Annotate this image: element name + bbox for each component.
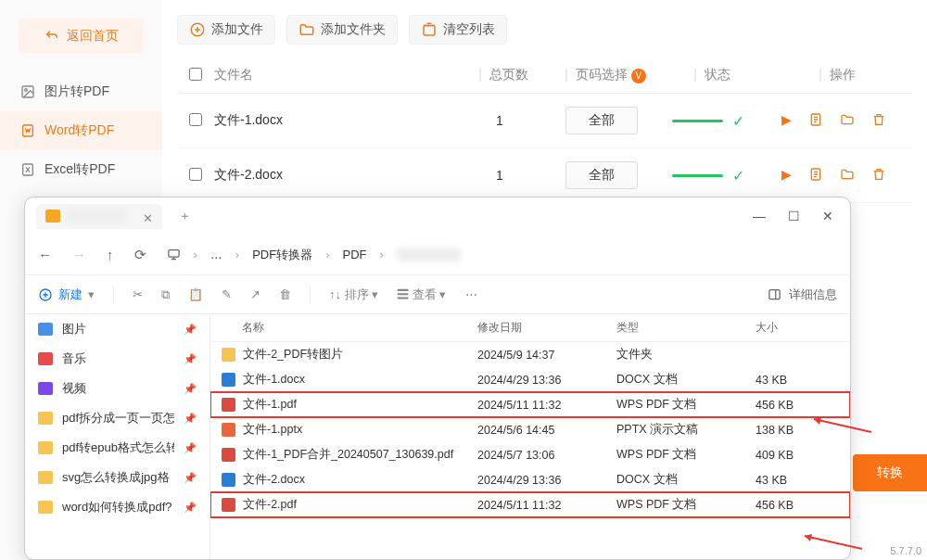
folder-icon (38, 501, 53, 514)
open-folder-icon[interactable] (840, 167, 855, 185)
pin-icon: 📌 (184, 472, 197, 484)
file-type-icon (222, 448, 235, 462)
file-row[interactable]: 文件-1.pdf 2024/5/11 11:32 WPS PDF 文档 456 … (210, 392, 850, 417)
close-icon[interactable]: ✕ (822, 209, 833, 223)
plus-circle-icon (189, 21, 206, 38)
clear-icon (421, 21, 438, 38)
file-row[interactable]: 文件-1.pptx 2024/5/6 14:45 PPTX 演示文稿 138 K… (210, 417, 850, 442)
btn-label: 清空列表 (443, 21, 495, 38)
folder-icon (38, 412, 53, 425)
back-home-button[interactable]: 返回首页 (19, 19, 144, 54)
trash-icon[interactable] (871, 112, 886, 130)
nav-back-icon[interactable]: ← (38, 247, 52, 262)
more-button[interactable]: ⋯ (465, 287, 477, 301)
cut-icon[interactable]: ✂ (133, 287, 143, 301)
col-date[interactable]: 修改日期 (477, 320, 616, 336)
file-row[interactable]: 文件-1.docx 2024/4/29 13:36 DOCX 文档 43 KB (210, 367, 850, 392)
trash-icon[interactable] (871, 167, 886, 185)
sidebar-item[interactable]: 图片📌 (25, 314, 210, 344)
monitor-icon (167, 248, 181, 261)
nav-refresh-icon[interactable]: ⟳ (134, 247, 146, 263)
file-type-icon (222, 473, 235, 487)
close-tab-icon[interactable]: ✕ (143, 211, 153, 225)
doc-icon[interactable] (808, 112, 823, 130)
file-type-icon (222, 373, 235, 387)
play-icon[interactable]: ▶ (781, 112, 792, 130)
doc-icon[interactable] (808, 167, 823, 185)
add-folder-button[interactable]: 添加文件夹 (286, 15, 398, 45)
page-range-button[interactable]: 全部 (565, 161, 638, 189)
details-button[interactable]: 详细信息 (789, 286, 837, 303)
page-count: 1 (458, 168, 541, 183)
view-button[interactable]: ☰ 查看 ▾ (397, 286, 446, 303)
vip-badge-icon: V (631, 69, 646, 83)
progress-bar (672, 120, 723, 122)
nav-image-to-pdf[interactable]: 图片转PDF (0, 72, 162, 111)
file-row[interactable]: 文件-2_PDF转图片 2024/5/9 14:37 文件夹 (210, 342, 850, 367)
pin-icon: 📌 (184, 413, 197, 425)
maximize-icon[interactable]: ☐ (788, 209, 800, 223)
file-type-icon (222, 423, 235, 437)
btn-label: 添加文件 (211, 21, 263, 38)
copy-icon[interactable]: ⧉ (161, 287, 170, 302)
row-checkbox[interactable] (189, 113, 202, 126)
play-icon[interactable]: ▶ (781, 167, 792, 185)
share-icon[interactable]: ↗ (250, 287, 260, 301)
sidebar-item[interactable]: word如何转换成pdf?📌 (25, 492, 210, 522)
nav-forward-icon[interactable]: → (72, 247, 86, 262)
breadcrumb[interactable]: › … › PDF转换器 › PDF › (167, 247, 461, 263)
explorer-tab[interactable]: ✕ (36, 204, 162, 229)
sidebar-item[interactable]: 视频📌 (25, 374, 210, 403)
btn-label: 添加文件夹 (321, 21, 386, 38)
file-list-header: 名称 修改日期 类型 大小 (210, 314, 850, 342)
open-folder-icon[interactable] (840, 112, 855, 130)
file-type-icon (222, 498, 235, 512)
select-all-checkbox[interactable] (189, 68, 202, 81)
nav-word-to-pdf[interactable]: Word转PDF (0, 111, 162, 150)
file-row[interactable]: 文件-1_PDF合并_20240507_130639.pdf 2024/5/7 … (210, 442, 850, 467)
plus-circle-icon (38, 287, 53, 302)
crumb-dots[interactable]: … (210, 248, 222, 261)
sidebar-item[interactable]: 音乐📌 (25, 344, 210, 374)
sidebar-item[interactable]: svg怎么转换成jpg格📌 (25, 463, 210, 492)
paste-icon[interactable]: 📋 (188, 287, 203, 301)
add-file-button[interactable]: 添加文件 (177, 15, 275, 45)
sidebar-item[interactable]: pdf转epub格式怎么转📌 (25, 433, 210, 463)
convert-button[interactable]: 转换 (853, 454, 927, 491)
crumb-item[interactable]: PDF转换器 (252, 247, 312, 263)
progress-bar (672, 174, 723, 177)
folder-icon (38, 471, 53, 484)
crumb-item[interactable]: PDF (343, 248, 367, 261)
col-name: 文件名 (214, 67, 458, 83)
minimize-icon[interactable]: — (753, 209, 766, 223)
row-checkbox[interactable] (189, 168, 202, 181)
main-toolbar: 添加文件 添加文件夹 清空列表 (177, 15, 912, 45)
sidebar-item[interactable]: pdf拆分成一页一页怎📌 (25, 403, 210, 433)
back-icon (44, 29, 59, 44)
file-row[interactable]: 文件-2.docx 2024/4/29 13:36 DOCX 文档 43 KB (210, 467, 850, 492)
details-icon (768, 287, 781, 301)
sort-button[interactable]: ↑↓ 排序 ▾ (329, 286, 378, 303)
nav-excel-to-pdf[interactable]: Excel转PDF (0, 150, 162, 189)
file-row[interactable]: 文件-2.pdf 2024/5/11 11:32 WPS PDF 文档 456 … (210, 492, 850, 517)
pin-icon: 📌 (184, 383, 197, 395)
nav-up-icon[interactable]: ↑ (107, 247, 114, 262)
new-button[interactable]: 新建 ▾ (38, 286, 95, 303)
new-tab-button[interactable]: ＋ (170, 204, 200, 228)
rename-icon[interactable]: ✎ (222, 287, 232, 301)
svg-rect-8 (168, 250, 178, 258)
svg-rect-5 (424, 26, 435, 36)
delete-icon[interactable]: 🗑 (279, 287, 291, 301)
col-size[interactable]: 大小 (756, 320, 839, 336)
file-table: 文件名 |总页数 |页码选择V |状态 |操作 文件-1.docx 1 全部 ✓… (177, 57, 912, 203)
check-icon: ✓ (732, 167, 744, 185)
nav-label: Word转PDF (44, 122, 114, 139)
word-icon (20, 123, 35, 138)
page-range-button[interactable]: 全部 (565, 107, 638, 134)
col-type[interactable]: 类型 (616, 320, 756, 336)
col-range: 页码选择 (576, 67, 628, 82)
explorer-titlebar: ✕ ＋ — ☐ ✕ (25, 197, 850, 235)
col-name[interactable]: 名称 (222, 320, 477, 336)
clear-list-button[interactable]: 清空列表 (409, 15, 507, 45)
nav-label: 图片转PDF (44, 83, 109, 100)
